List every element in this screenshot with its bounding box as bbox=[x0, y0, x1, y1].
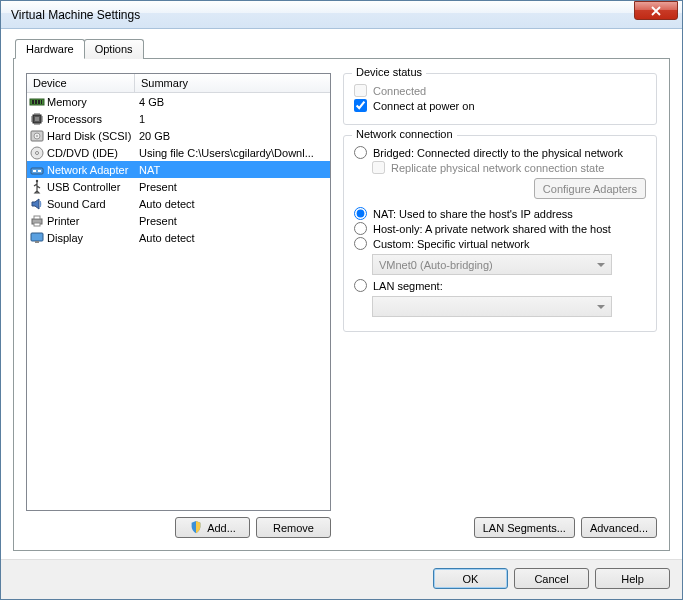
nat-label: NAT: Used to share the host's IP address bbox=[373, 208, 573, 220]
custom-radio[interactable] bbox=[354, 237, 367, 250]
replicate-label: Replicate physical network connection st… bbox=[391, 162, 604, 174]
device-label: Printer bbox=[47, 215, 79, 227]
device-row-usb[interactable]: USB Controller Present bbox=[27, 178, 330, 195]
device-row-harddisk[interactable]: Hard Disk (SCSI) 20 GB bbox=[27, 127, 330, 144]
lansegment-dropdown bbox=[372, 296, 612, 317]
network-connection-group: Network connection Bridged: Connected di… bbox=[343, 135, 657, 332]
lansegment-radio[interactable] bbox=[354, 279, 367, 292]
network-icon bbox=[29, 162, 45, 178]
advanced-button[interactable]: Advanced... bbox=[581, 517, 657, 538]
device-row-sound[interactable]: Sound Card Auto detect bbox=[27, 195, 330, 212]
detail-buttons: LAN Segments... Advanced... bbox=[343, 517, 657, 538]
device-summary: Present bbox=[135, 181, 330, 193]
svg-rect-17 bbox=[34, 216, 40, 219]
device-row-display[interactable]: Display Auto detect bbox=[27, 229, 330, 246]
device-panel: Device Summary Memory 4 GB Processors 1 … bbox=[26, 73, 331, 538]
lansegment-radio-row[interactable]: LAN segment: bbox=[354, 279, 646, 292]
cancel-button[interactable]: Cancel bbox=[514, 568, 589, 589]
device-row-network[interactable]: Network Adapter NAT bbox=[27, 161, 330, 178]
configure-adapters-button: Configure Adapters bbox=[534, 178, 646, 199]
connect-poweron-checkbox[interactable] bbox=[354, 99, 367, 112]
device-summary: Auto detect bbox=[135, 232, 330, 244]
svg-rect-19 bbox=[31, 233, 43, 241]
chevron-down-icon bbox=[597, 305, 605, 309]
titlebar: Virtual Machine Settings bbox=[1, 1, 682, 29]
device-summary: Auto detect bbox=[135, 198, 330, 210]
col-summary[interactable]: Summary bbox=[135, 74, 330, 92]
device-row-printer[interactable]: Printer Present bbox=[27, 212, 330, 229]
hostonly-label: Host-only: A private network shared with… bbox=[373, 223, 611, 235]
replicate-checkbox bbox=[372, 161, 385, 174]
col-device[interactable]: Device bbox=[27, 74, 135, 92]
replicate-row: Replicate physical network connection st… bbox=[372, 161, 646, 174]
device-row-processors[interactable]: Processors 1 bbox=[27, 110, 330, 127]
network-connection-title: Network connection bbox=[352, 128, 457, 140]
tab-strip: Hardware Options bbox=[13, 39, 670, 59]
device-summary: 20 GB bbox=[135, 130, 330, 142]
device-label: USB Controller bbox=[47, 181, 120, 193]
add-label: Add... bbox=[207, 522, 236, 534]
bridged-radio-row[interactable]: Bridged: Connected directly to the physi… bbox=[354, 146, 646, 159]
printer-icon bbox=[29, 213, 45, 229]
sound-icon bbox=[29, 196, 45, 212]
lansegment-label: LAN segment: bbox=[373, 280, 443, 292]
device-label: Processors bbox=[47, 113, 102, 125]
svg-rect-6 bbox=[35, 117, 39, 121]
memory-icon bbox=[29, 94, 45, 110]
device-row-memory[interactable]: Memory 4 GB bbox=[27, 93, 330, 110]
cpu-icon bbox=[29, 111, 45, 127]
svg-rect-12 bbox=[31, 168, 43, 174]
device-summary: 4 GB bbox=[135, 96, 330, 108]
connected-checkbox bbox=[354, 84, 367, 97]
tab-options[interactable]: Options bbox=[84, 39, 144, 59]
connect-poweron-label: Connect at power on bbox=[373, 100, 475, 112]
nat-radio[interactable] bbox=[354, 207, 367, 220]
custom-network-dropdown: VMnet0 (Auto-bridging) bbox=[372, 254, 612, 275]
device-label: Display bbox=[47, 232, 83, 244]
close-icon bbox=[651, 6, 661, 16]
tab-hardware[interactable]: Hardware bbox=[15, 39, 85, 59]
device-summary: Present bbox=[135, 215, 330, 227]
connected-checkbox-row: Connected bbox=[354, 84, 646, 97]
device-list[interactable]: Device Summary Memory 4 GB Processors 1 … bbox=[26, 73, 331, 511]
svg-point-9 bbox=[36, 135, 38, 137]
device-list-header: Device Summary bbox=[27, 74, 330, 93]
device-label: Hard Disk (SCSI) bbox=[47, 130, 131, 142]
device-summary: 1 bbox=[135, 113, 330, 125]
device-row-cddvd[interactable]: CD/DVD (IDE) Using file C:\Users\cgilard… bbox=[27, 144, 330, 161]
connected-label: Connected bbox=[373, 85, 426, 97]
custom-label: Custom: Specific virtual network bbox=[373, 238, 530, 250]
svg-rect-13 bbox=[33, 170, 36, 172]
help-button[interactable]: Help bbox=[595, 568, 670, 589]
tab-pane: Device Summary Memory 4 GB Processors 1 … bbox=[13, 58, 670, 551]
hostonly-radio-row[interactable]: Host-only: A private network shared with… bbox=[354, 222, 646, 235]
bridged-radio[interactable] bbox=[354, 146, 367, 159]
hostonly-radio[interactable] bbox=[354, 222, 367, 235]
svg-rect-4 bbox=[41, 100, 42, 104]
lan-segments-button[interactable]: LAN Segments... bbox=[474, 517, 575, 538]
svg-point-15 bbox=[36, 179, 38, 181]
connect-poweron-row[interactable]: Connect at power on bbox=[354, 99, 646, 112]
device-label: CD/DVD (IDE) bbox=[47, 147, 118, 159]
svg-rect-3 bbox=[38, 100, 40, 104]
svg-rect-2 bbox=[35, 100, 37, 104]
svg-rect-20 bbox=[35, 241, 39, 243]
remove-button[interactable]: Remove bbox=[256, 517, 331, 538]
usb-icon bbox=[29, 179, 45, 195]
svg-point-11 bbox=[36, 151, 39, 154]
custom-radio-row[interactable]: Custom: Specific virtual network bbox=[354, 237, 646, 250]
dialog-footer: OK Cancel Help bbox=[1, 559, 682, 599]
device-summary: Using file C:\Users\cgilardy\Downl... bbox=[135, 147, 330, 159]
device-status-group: Device status Connected Connect at power… bbox=[343, 73, 657, 125]
svg-rect-1 bbox=[32, 100, 34, 104]
content-area: Hardware Options Device Summary Memory 4… bbox=[1, 29, 682, 559]
detail-panel: Device status Connected Connect at power… bbox=[343, 73, 657, 538]
bridged-label: Bridged: Connected directly to the physi… bbox=[373, 147, 623, 159]
custom-network-value: VMnet0 (Auto-bridging) bbox=[379, 259, 493, 271]
nat-radio-row[interactable]: NAT: Used to share the host's IP address bbox=[354, 207, 646, 220]
close-button[interactable] bbox=[634, 1, 678, 20]
add-button[interactable]: Add... bbox=[175, 517, 250, 538]
display-icon bbox=[29, 230, 45, 246]
device-label: Memory bbox=[47, 96, 87, 108]
ok-button[interactable]: OK bbox=[433, 568, 508, 589]
